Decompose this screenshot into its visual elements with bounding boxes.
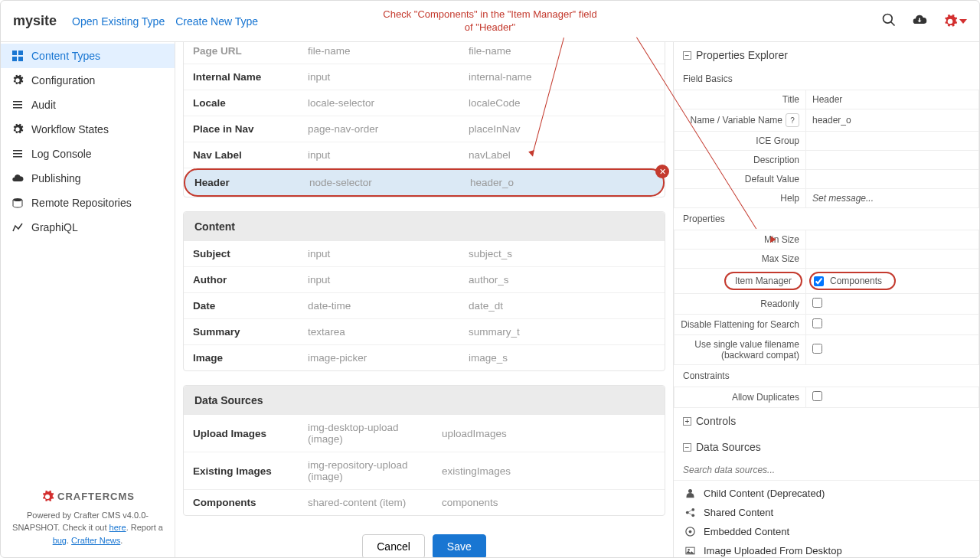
- help-icon[interactable]: ?: [786, 113, 799, 127]
- svg-rect-5: [18, 57, 23, 61]
- data-sources-table: Data Sources Upload Imagesimg-desktop-up…: [183, 385, 665, 516]
- field-row[interactable]: Page URLfile-namefile-name: [184, 42, 665, 64]
- constraints-header: Constraints: [674, 365, 979, 387]
- open-existing-type-link[interactable]: Open Existing Type: [72, 15, 165, 28]
- title-value[interactable]: Header: [806, 90, 979, 109]
- cancel-button[interactable]: Cancel: [362, 534, 425, 557]
- ds-item-image-desktop[interactable]: Image Uploaded From Desktop: [674, 541, 979, 557]
- footer-news-link[interactable]: Crafter News: [71, 536, 120, 545]
- main-content: Page URLfile-namefile-name Internal Name…: [175, 42, 673, 557]
- controls-header[interactable]: +Controls: [674, 408, 979, 434]
- help-value[interactable]: Set message...: [806, 189, 979, 208]
- svg-point-13: [688, 489, 692, 493]
- field-row[interactable]: Nav LabelinputnavLabel: [184, 142, 665, 168]
- svg-rect-9: [13, 150, 22, 152]
- ice-group-value[interactable]: [806, 132, 979, 151]
- svg-point-12: [13, 198, 22, 201]
- ds-item-embedded-content[interactable]: Embedded Content: [674, 522, 979, 541]
- min-size-value[interactable]: [806, 230, 979, 250]
- svg-rect-11: [13, 156, 22, 158]
- search-data-sources-input[interactable]: [674, 460, 979, 481]
- search-icon[interactable]: [881, 12, 897, 30]
- max-size-value[interactable]: [806, 250, 979, 269]
- ds-item-child-content[interactable]: Child Content (Deprecated): [674, 484, 979, 503]
- sidebar-item-workflow-states[interactable]: Workflow States: [1, 117, 175, 142]
- action-buttons: Cancel Save: [183, 530, 665, 557]
- footer-here-link[interactable]: here: [109, 523, 126, 532]
- sidebar-footer: CRAFTERCMS Powered by Crafter CMS v4.0.0…: [1, 478, 175, 557]
- svg-rect-8: [13, 107, 22, 109]
- svg-point-22: [688, 549, 690, 551]
- variable-name-value[interactable]: header_o: [806, 109, 979, 132]
- sidebar-item-configuration[interactable]: Configuration: [1, 68, 175, 93]
- field-row[interactable]: Internal Nameinputinternal-name: [184, 64, 665, 90]
- content-section-header: Content: [184, 212, 665, 241]
- readonly-checkbox[interactable]: [812, 298, 822, 308]
- field-row[interactable]: Imageimage-pickerimage_s: [184, 345, 665, 370]
- allow-duplicates-checkbox[interactable]: [812, 391, 822, 401]
- svg-point-15: [691, 508, 694, 511]
- properties-explorer-header[interactable]: −Properties Explorer: [674, 42, 979, 68]
- sidebar-item-audit[interactable]: Audit: [1, 93, 175, 117]
- field-row[interactable]: Authorinputauthor_s: [184, 267, 665, 293]
- ds-row[interactable]: Upload Imagesimg-desktop-upload(image)up…: [184, 415, 665, 452]
- crafter-logo: CRAFTERCMS: [8, 489, 167, 504]
- svg-point-20: [689, 530, 692, 534]
- field-row[interactable]: Subjectinputsubject_s: [184, 241, 665, 267]
- ds-row[interactable]: Componentsshared-content (item)component…: [184, 490, 665, 515]
- field-row-header[interactable]: Headernode-selectorheader_o✕: [184, 168, 665, 197]
- svg-point-16: [691, 514, 694, 517]
- field-row[interactable]: Localelocale-selectorlocaleCode: [184, 90, 665, 116]
- sidebar-item-log-console[interactable]: Log Console: [1, 142, 175, 166]
- sidebar-item-publishing[interactable]: Publishing: [1, 166, 175, 191]
- single-value-filename-checkbox[interactable]: [812, 344, 822, 354]
- ds-item-shared-content[interactable]: Shared Content: [674, 503, 979, 522]
- svg-line-17: [688, 510, 692, 512]
- nav: Content Types Configuration Audit Workfl…: [1, 42, 175, 478]
- item-manager-components-checkbox[interactable]: [814, 276, 824, 286]
- default-value[interactable]: [806, 170, 979, 189]
- svg-rect-10: [13, 153, 22, 155]
- field-row[interactable]: Summarytextareasummary_t: [184, 319, 665, 345]
- svg-rect-3: [18, 51, 23, 55]
- disable-flattening-checkbox[interactable]: [812, 318, 822, 328]
- cloud-upload-icon[interactable]: [912, 12, 927, 30]
- data-sources-header[interactable]: −Data Sources: [674, 434, 979, 460]
- settings-menu-icon[interactable]: [942, 14, 967, 29]
- footer-bug-link[interactable]: bug: [53, 536, 67, 545]
- save-button[interactable]: Save: [433, 534, 486, 557]
- constraints-table: Allow Duplicates: [674, 387, 979, 408]
- svg-point-0: [884, 15, 893, 24]
- app-header: mysite Open Existing Type Create New Typ…: [1, 1, 979, 42]
- field-basics-header: Field Basics: [674, 68, 979, 90]
- field-basics-table: TitleHeader Name / Variable Name?header_…: [674, 90, 979, 208]
- sidebar-item-graphiql[interactable]: GraphiQL: [1, 215, 175, 240]
- properties-header: Properties: [674, 208, 979, 230]
- create-new-type-link[interactable]: Create New Type: [175, 15, 258, 28]
- properties-table: Min Size Max Size Item ManagerComponents…: [674, 230, 979, 365]
- svg-rect-7: [13, 104, 22, 106]
- sidebar: Content Types Configuration Audit Workfl…: [1, 42, 175, 557]
- field-row[interactable]: Place in Navpage-nav-orderplaceInNav: [184, 116, 665, 142]
- svg-line-18: [688, 513, 692, 515]
- close-icon[interactable]: ✕: [655, 165, 669, 178]
- site-name: mysite: [13, 13, 57, 29]
- svg-line-1: [891, 22, 895, 26]
- right-panel: −Properties Explorer Field Basics TitleH…: [673, 42, 979, 557]
- sidebar-item-remote-repositories[interactable]: Remote Repositories: [1, 191, 175, 215]
- data-sources-list: Child Content (Deprecated) Shared Conten…: [674, 481, 979, 557]
- fields-table: Page URLfile-namefile-name Internal Name…: [183, 42, 665, 197]
- svg-rect-4: [12, 57, 17, 61]
- annotation-text: Check "Components" in the "Item Manager"…: [383, 8, 596, 34]
- svg-rect-6: [13, 101, 22, 103]
- description-value[interactable]: [806, 151, 979, 170]
- sidebar-item-content-types[interactable]: Content Types: [1, 44, 175, 68]
- field-row[interactable]: Datedate-timedate_dt: [184, 293, 665, 319]
- ds-row[interactable]: Existing Imagesimg-repository-upload(ima…: [184, 452, 665, 490]
- svg-rect-2: [12, 51, 17, 55]
- content-table: Content Subjectinputsubject_s Authorinpu…: [183, 211, 665, 371]
- data-sources-section-header: Data Sources: [184, 386, 665, 415]
- svg-point-14: [686, 511, 689, 514]
